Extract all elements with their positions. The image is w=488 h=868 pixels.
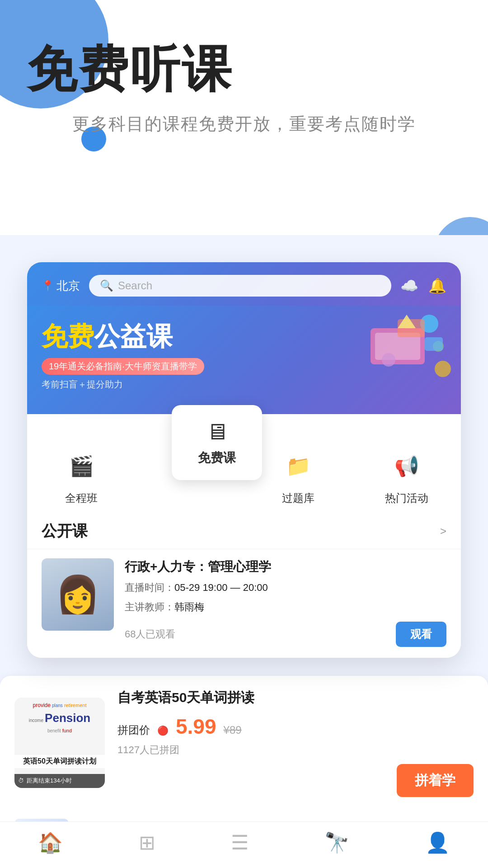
hero-title: 免费听课 [27,36,233,104]
course-info: 行政+人力专：管理心理学 直播时间：05-29 19:00 — 20:00 主讲… [125,558,446,647]
category-label-3: 热门活动 [385,491,428,505]
discover-icon: 🔭 [324,831,349,854]
course-broadcast-time: 直播时间：05-29 19:00 — 20:00 [125,580,446,595]
app-header-icons: ☁️ 🔔 [400,277,446,294]
search-placeholder: Search [118,279,152,292]
public-course-header: 公开课 > [27,510,461,549]
cloud-icon[interactable]: ☁️ [400,277,418,294]
nav-questions[interactable]: ☰ [231,831,249,854]
category-label-0: 全程班 [65,491,98,505]
price-label: 拼团价 [117,723,150,737]
nav-courses[interactable]: ⊞ [139,831,155,854]
course-name: 行政+人力专：管理心理学 [125,558,446,576]
hero-circle-right [434,217,488,235]
nav-home[interactable]: 🏠 [38,831,63,854]
svg-rect-7 [425,337,443,351]
nav-profile[interactable]: 👤 [425,831,450,854]
location-icon: 📍 [42,280,54,292]
nav-discover[interactable]: 🔭 [324,831,349,854]
profile-icon: 👤 [425,831,450,854]
product-countdown: 距离结束134小时 [27,777,72,785]
svg-point-8 [435,361,451,377]
search-icon: 🔍 [100,279,113,292]
price-coin-icon: 🔴 [157,725,169,736]
product-thumbnail: provide plans retirement income Pension … [14,698,105,788]
location-label: 北京 [56,278,80,294]
banner-badge-text: 19年通关必备指南·大牛师资直播带学 [49,360,197,373]
category-icon-3: 📢 [394,454,419,478]
category-icon-0: 🎬 [69,454,94,478]
hero-section: 免费听课 更多科目的课程免费开放，重要考点随时学 [0,0,488,235]
category-item-3[interactable]: 📢 热门活动 [380,446,434,505]
watch-count: 68人已观看 [125,627,175,641]
price-main: 5.99 [176,714,216,739]
product-image-title: 英语50天单词拼读计划 [23,757,96,765]
product-name: 自考英语50天单词拼读 [117,689,474,707]
banner-title-text: 免费公益课 [42,321,173,351]
questions-icon: ☰ [231,831,249,854]
courses-icon: ⊞ [139,831,155,854]
bell-icon[interactable]: 🔔 [428,277,446,294]
category-icon-2: 📁 [286,454,311,478]
product-thumb-bg: provide plans retirement income Pension … [14,698,105,788]
banner-illustration [361,310,452,382]
freecourse-popup-label: 免费课 [198,449,236,467]
course-card: 👩 行政+人力专：管理心理学 直播时间：05-29 19:00 — 20:00 … [27,549,461,658]
course-teacher: 主讲教师：韩雨梅 [125,599,446,614]
freecourse-popup[interactable]: 🖥 免费课 [172,405,262,480]
course-thumbnail: 👩 [42,558,114,631]
banner-highlight: 免费 [42,321,94,351]
category-icon-wrap-3: 📢 [386,446,427,486]
freecourse-popup-icon: 🖥 [206,419,228,445]
public-course-more[interactable]: > [440,525,446,538]
price-original: ¥89 [224,724,242,736]
course-thumb-img: 👩 [42,558,114,631]
clock-icon: ⏱ [18,777,24,785]
app-banner: 免费公益课 19年通关必备指南·大牛师资直播带学 考前扫盲＋提分助力 [27,306,461,414]
category-item-0[interactable]: 🎬 全程班 [54,446,108,505]
category-label-1: 免费课 [174,491,206,505]
public-course-title: 公开课 [42,521,88,542]
teacher-silhouette: 👩 [55,573,100,616]
banner-badge: 19年通关必备指南·大牛师资直播带学 [42,358,204,375]
product-price-row: 拼团价 🔴 5.99 ¥89 [117,714,474,739]
product-card: provide plans retirement income Pension … [0,676,488,810]
category-section: 🖥 免费课 🎬 全程班 🖥 免费课 📁 过题库 📢 热门活动 [27,414,461,510]
group-count: 1127人已拼团 [117,743,474,757]
search-bar[interactable]: 🔍 Search [89,275,391,297]
group-button[interactable]: 拼着学 [397,764,474,797]
hero-title-row: 免费听课 [27,36,461,104]
category-icon-wrap-2: 📁 [278,446,319,486]
app-header: 📍 北京 🔍 Search ☁️ 🔔 [27,262,461,306]
category-icon-wrap-0: 🎬 [61,446,102,486]
product-info: 自考英语50天单词拼读 拼团价 🔴 5.99 ¥89 1127人已拼团 拼着学 [117,689,474,797]
hero-subtitle: 更多科目的课程免费开放，重要考点随时学 [27,113,461,136]
bottom-nav: 🏠 ⊞ ☰ 🔭 👤 [0,821,488,868]
svg-point-5 [382,353,395,367]
category-item-2[interactable]: 📁 过题库 [271,446,325,505]
category-label-2: 过题库 [282,491,314,505]
home-icon: 🏠 [38,831,63,854]
app-location: 📍 北京 [42,278,80,294]
banner-rest: 公益课 [94,321,173,351]
course-bottom: 68人已观看 观看 [125,622,446,647]
app-preview-card: 📍 北京 🔍 Search ☁️ 🔔 免费公益课 19年通关必备指南·大牛师资直… [27,262,461,658]
watch-button[interactable]: 观看 [396,622,446,647]
